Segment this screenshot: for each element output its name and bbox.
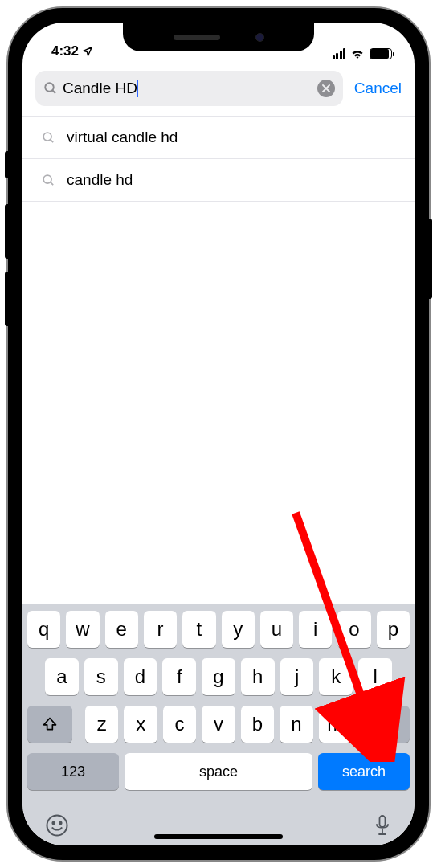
home-indicator[interactable] — [154, 834, 283, 839]
key-p[interactable]: p — [377, 611, 410, 648]
search-row: Candle HD Cancel — [22, 61, 415, 116]
suggestion-list: virtual candle hd candle hd — [22, 117, 415, 202]
notch — [123, 23, 314, 51]
key-w[interactable]: w — [66, 611, 99, 648]
svg-line-5 — [51, 139, 54, 142]
svg-point-12 — [59, 822, 62, 825]
key-f[interactable]: f — [162, 658, 196, 695]
key-v[interactable]: v — [202, 706, 235, 743]
svg-point-10 — [47, 816, 67, 836]
cellular-icon — [333, 48, 346, 59]
key-b[interactable]: b — [241, 706, 274, 743]
location-icon — [82, 46, 93, 57]
suggestion-item[interactable]: virtual candle hd — [22, 117, 415, 159]
key-g[interactable]: g — [202, 658, 235, 695]
key-k[interactable]: k — [319, 658, 353, 695]
svg-line-7 — [51, 182, 54, 185]
keyboard: qwertyuiop asdfghjkl zxcvbnm 123 — [22, 604, 415, 845]
key-a[interactable]: a — [45, 658, 79, 695]
svg-point-6 — [43, 175, 51, 183]
suggestion-label: virtual candle hd — [67, 129, 178, 146]
svg-point-4 — [43, 133, 51, 141]
numbers-key[interactable]: 123 — [27, 753, 119, 790]
search-icon — [42, 174, 55, 187]
key-r[interactable]: r — [144, 611, 177, 648]
key-y[interactable]: y — [222, 611, 255, 648]
search-box[interactable]: Candle HD — [35, 71, 343, 106]
suggestion-label: candle hd — [67, 171, 133, 189]
key-n[interactable]: n — [280, 706, 312, 743]
key-j[interactable]: j — [280, 658, 314, 695]
key-l[interactable]: l — [358, 658, 392, 695]
cancel-button[interactable]: Cancel — [354, 80, 402, 97]
emoji-key[interactable] — [45, 813, 69, 837]
backspace-key[interactable] — [365, 706, 410, 743]
shift-key[interactable] — [27, 706, 72, 743]
wifi-icon — [350, 48, 365, 59]
key-e[interactable]: e — [105, 611, 138, 648]
key-z[interactable]: z — [85, 706, 118, 743]
key-m[interactable]: m — [319, 706, 352, 743]
svg-rect-13 — [380, 816, 386, 827]
svg-point-11 — [52, 822, 55, 825]
battery-icon — [370, 48, 392, 59]
iphone-frame: 4:32 Candle — [8, 8, 429, 860]
search-icon — [42, 131, 55, 145]
search-key[interactable]: search — [318, 753, 410, 790]
key-h[interactable]: h — [241, 658, 275, 695]
key-t[interactable]: t — [182, 611, 215, 648]
suggestion-item[interactable]: candle hd — [22, 159, 415, 202]
key-c[interactable]: c — [163, 706, 196, 743]
key-s[interactable]: s — [84, 658, 118, 695]
key-o[interactable]: o — [337, 611, 370, 648]
dictation-key[interactable] — [373, 813, 392, 837]
key-q[interactable]: q — [27, 611, 60, 648]
svg-point-0 — [45, 83, 54, 92]
key-x[interactable]: x — [124, 706, 157, 743]
screen: 4:32 Candle — [22, 23, 415, 845]
status-time: 4:32 — [51, 43, 79, 59]
search-icon — [43, 81, 58, 96]
key-i[interactable]: i — [299, 611, 332, 648]
key-d[interactable]: d — [124, 658, 157, 695]
clear-button[interactable] — [317, 80, 335, 97]
key-u[interactable]: u — [260, 611, 293, 648]
space-key[interactable]: space — [125, 753, 312, 790]
search-input[interactable]: Candle HD — [63, 80, 312, 97]
svg-line-1 — [52, 90, 55, 93]
